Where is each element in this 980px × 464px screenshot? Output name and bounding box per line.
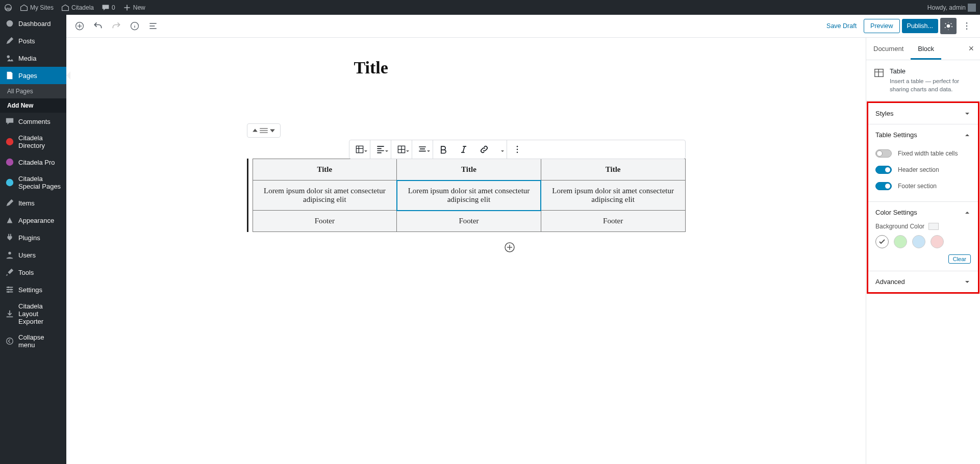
table-footer-cell[interactable]: Footer (541, 211, 685, 232)
clear-color-button[interactable]: Clear (948, 254, 971, 264)
current-color-indicator (928, 223, 939, 230)
save-draft-button[interactable]: Save Draft (821, 19, 862, 33)
table-header-cell[interactable]: Title (253, 159, 397, 181)
color-swatch[interactable] (875, 235, 889, 248)
sidebar-item-settings[interactable]: Settings (0, 281, 66, 298)
avatar (968, 4, 976, 12)
color-swatch[interactable] (894, 235, 907, 248)
move-down-button[interactable] (268, 126, 277, 135)
site-name-label: Citadela (71, 4, 94, 11)
table-cell[interactable]: Lorem ipsum dolor sit amet consectetur a… (253, 181, 397, 211)
link-button[interactable] (474, 140, 494, 159)
table-cell[interactable]: Lorem ipsum dolor sit amet consectetur a… (397, 181, 541, 211)
comments-count: 0 (112, 4, 115, 11)
sidebar-item-pages[interactable]: Pages (0, 67, 66, 84)
table-edit-button[interactable] (391, 140, 412, 159)
svg-point-4 (6, 159, 13, 166)
sidebar-item-users[interactable]: Users (0, 246, 66, 264)
italic-button[interactable] (454, 140, 474, 159)
panel-title: Styles (875, 110, 893, 117)
sidebar-item-label: Settings (18, 286, 42, 294)
sidebar-item-plugins[interactable]: Plugins (0, 229, 66, 246)
sidebar-item-label: Tools (18, 269, 34, 276)
preview-button[interactable]: Preview (864, 19, 899, 33)
sidebar-item-tools[interactable]: Tools (0, 264, 66, 281)
block-appender[interactable] (334, 241, 686, 255)
sidebar-item-citadela-layout[interactable]: Citadela Layout Exporter (0, 298, 66, 329)
sidebar-item-citadela-pro[interactable]: Citadela Pro (0, 153, 66, 171)
text-align-button[interactable] (412, 140, 433, 159)
block-more-button[interactable] (507, 140, 527, 159)
sidebar-sub-all-pages[interactable]: All Pages (0, 84, 66, 98)
tab-document[interactable]: Document (866, 38, 911, 60)
more-menu-button[interactable] (959, 18, 975, 34)
chevron-up-icon (964, 209, 971, 216)
settings-toggle-button[interactable] (940, 18, 957, 34)
site-link[interactable]: Citadela (61, 4, 94, 12)
sidebar-item-dashboard[interactable]: Dashboard (0, 15, 66, 32)
move-up-button[interactable] (250, 126, 260, 135)
data-table[interactable]: Title Title Title Lorem ipsum dolor sit … (253, 159, 686, 232)
comments-link[interactable]: 0 (102, 4, 115, 12)
table-icon (873, 67, 885, 79)
sidebar-item-label: Pages (18, 72, 37, 80)
svg-point-19 (516, 149, 518, 150)
table-block[interactable]: Title Title Title Lorem ipsum dolor sit … (247, 159, 686, 232)
wp-logo[interactable] (4, 4, 12, 12)
panel-title: Color Settings (875, 209, 917, 216)
panel-toggle-advanced[interactable]: Advanced (868, 271, 978, 292)
panel-toggle-color-settings[interactable]: Color Settings (868, 202, 978, 223)
panel-toggle-styles[interactable]: Styles (868, 103, 978, 124)
sidebar-sub-add-new[interactable]: Add New (0, 98, 66, 113)
sidebar-item-items[interactable]: Items (0, 194, 66, 212)
svg-point-15 (966, 29, 968, 30)
sidebar-item-label: Citadela Layout Exporter (18, 302, 61, 325)
table-footer-cell[interactable]: Footer (397, 211, 541, 232)
redo-button[interactable] (108, 18, 124, 34)
highlighted-region: Styles Table Settings Fixed width table … (867, 101, 979, 294)
toggle-header-section[interactable] (875, 166, 892, 174)
sidebar-item-label: Citadela Directory (18, 134, 61, 149)
bold-button[interactable] (433, 140, 454, 159)
color-swatch[interactable] (931, 235, 944, 248)
add-block-button[interactable] (71, 18, 88, 34)
close-inspector-button[interactable]: × (962, 43, 980, 54)
howdy-link[interactable]: Howdy, admin (927, 4, 976, 12)
svg-point-8 (10, 289, 12, 291)
sidebar-item-media[interactable]: Media (0, 49, 66, 67)
page-title[interactable]: Title (354, 58, 686, 78)
sidebar-item-collapse[interactable]: Collapse menu (0, 329, 66, 353)
my-sites-link[interactable]: My Sites (20, 4, 54, 12)
undo-button[interactable] (90, 18, 106, 34)
publish-button[interactable]: Publish... (902, 19, 938, 33)
table-header-cell[interactable]: Title (397, 159, 541, 181)
table-header-cell[interactable]: Title (541, 159, 685, 181)
sidebar-item-appearance[interactable]: Appearance (0, 212, 66, 229)
toggle-footer-section[interactable] (875, 182, 892, 190)
more-rich-button[interactable] (494, 140, 507, 159)
svg-point-18 (516, 146, 518, 147)
table-footer-cell[interactable]: Footer (253, 211, 397, 232)
sidebar-item-citadela-special[interactable]: Citadela Special Pages (0, 171, 66, 194)
drag-handle[interactable] (260, 127, 268, 134)
info-button[interactable] (127, 18, 143, 34)
sidebar-item-comments[interactable]: Comments (0, 113, 66, 130)
table-cell[interactable]: Lorem ipsum dolor sit amet consectetur a… (541, 181, 685, 211)
block-description: Table Insert a table — perfect for shari… (866, 60, 980, 101)
toggle-label: Header section (898, 166, 939, 173)
outline-button[interactable] (145, 18, 161, 34)
new-link[interactable]: New (123, 4, 145, 12)
toggle-fixed-width[interactable] (875, 149, 892, 158)
panel-title: Advanced (875, 278, 905, 286)
chevron-down-icon (964, 110, 971, 117)
align-button[interactable] (370, 140, 391, 159)
transform-button[interactable] (349, 140, 370, 159)
tab-block[interactable]: Block (911, 38, 941, 60)
svg-point-14 (966, 25, 968, 27)
svg-point-13 (966, 22, 968, 24)
color-swatch[interactable] (912, 235, 925, 248)
panel-toggle-table-settings[interactable]: Table Settings (868, 124, 978, 145)
editor-canvas[interactable]: Title (66, 38, 866, 464)
sidebar-item-citadela-directory[interactable]: Citadela Directory (0, 130, 66, 153)
sidebar-item-posts[interactable]: Posts (0, 32, 66, 49)
